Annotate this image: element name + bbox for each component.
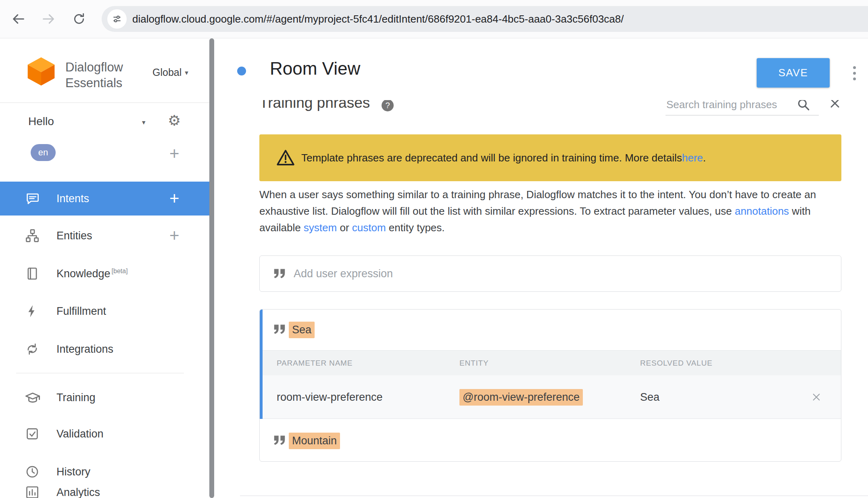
browser-refresh-button[interactable] (70, 10, 88, 28)
more-options-kebab-icon[interactable] (851, 65, 858, 82)
sidebar-item-fulfillment[interactable]: Fulfillment (0, 294, 209, 328)
system-link[interactable]: system (304, 222, 337, 234)
brand-name: Dialogflow Essentials (65, 59, 123, 91)
app-frame: Dialogflow Essentials Global ▾ Hello ▾ ⚙… (0, 38, 868, 498)
save-button[interactable]: SAVE (757, 58, 830, 88)
add-language-button[interactable]: + (169, 146, 179, 162)
sidebar-item-analytics[interactable]: Analytics (0, 475, 209, 498)
dialogflow-console: dialogflow.cloud.google.com/#/agent/mypr… (0, 0, 868, 498)
annotations-link[interactable]: annotations (735, 205, 789, 217)
page-title: Room View (270, 59, 360, 79)
sidebar: Dialogflow Essentials Global ▾ Hello ▾ ⚙… (0, 38, 209, 498)
sidebar-item-label: Integrations (56, 343, 113, 356)
column-header: ENTITY (459, 351, 488, 376)
delete-parameter-icon[interactable] (811, 392, 822, 404)
custom-link[interactable]: custom (352, 222, 386, 234)
entity-cell[interactable]: @room-view-preference (459, 375, 583, 419)
sidebar-item-label: Training (56, 391, 96, 404)
intent-status-dot (237, 67, 246, 75)
info-icon[interactable]: ? (382, 99, 394, 111)
sidebar-item-label: Validation (56, 428, 104, 440)
parameter-table-header: PARAMETER NAME ENTITY RESOLVED VALUE (260, 350, 841, 375)
column-header: PARAMETER NAME (277, 351, 353, 376)
section-divider (240, 496, 868, 496)
browser-toolbar: dialogflow.cloud.google.com/#/agent/mypr… (0, 0, 868, 38)
selected-phrase-indicator (260, 310, 263, 419)
parameter-name-cell[interactable]: room-view-preference (277, 375, 383, 419)
region-selector[interactable]: Global ▾ (152, 67, 188, 78)
quote-icon (273, 324, 286, 336)
site-info-button[interactable] (107, 9, 127, 29)
sidebar-item-intents[interactable]: Intents + (0, 182, 209, 216)
back-arrow-icon (11, 12, 26, 26)
agent-settings-gear-icon[interactable]: ⚙ (168, 113, 181, 128)
site-settings-icon (112, 14, 122, 24)
region-label: Global (152, 67, 182, 78)
training-graduation-cap-icon (25, 390, 40, 405)
brand-line2: Essentials (65, 75, 123, 91)
url-text: dialogflow.cloud.google.com/#/agent/mypr… (132, 6, 624, 32)
dialogflow-logo (25, 55, 57, 88)
add-intent-button[interactable]: + (169, 190, 179, 207)
refresh-icon (72, 12, 86, 26)
training-phrase-row[interactable]: Mountain (260, 419, 841, 462)
sidebar-item-entities[interactable]: Entities + (0, 219, 209, 253)
quote-icon (273, 435, 286, 447)
parameter-table-row: room-view-preference @room-view-preferen… (260, 375, 841, 419)
browser-back-button[interactable] (10, 10, 27, 28)
training-description: When a user says something similar to a … (259, 186, 828, 236)
deprecation-warning-banner: Template phrases are deprecated and will… (259, 134, 841, 181)
sidebar-item-integrations[interactable]: Integrations (0, 332, 209, 366)
agent-selector[interactable]: Hello (28, 115, 54, 128)
language-badge[interactable]: en (31, 144, 56, 161)
main-content: Room View SAVE Training phrases ? Templa… (214, 38, 868, 498)
chevron-down-icon: ▾ (185, 69, 188, 77)
resolved-value-cell[interactable]: Sea (640, 375, 659, 419)
sidebar-item-validation[interactable]: Validation (0, 417, 209, 451)
beta-badge: [beta] (112, 268, 128, 274)
quote-icon (273, 268, 286, 280)
sidebar-item-label: Intents (56, 193, 89, 205)
phrase-text-annotated[interactable]: Mountain (289, 433, 340, 449)
warning-link[interactable]: here (682, 152, 703, 164)
sidebar-item-label: Knowledge[beta] (56, 268, 128, 280)
sidebar-item-training[interactable]: Training (0, 381, 209, 414)
sidebar-divider-middle (16, 373, 184, 373)
intents-chat-icon (25, 191, 40, 206)
agent-chevron-down-icon[interactable]: ▾ (142, 118, 146, 126)
training-phrase-row[interactable]: Sea (260, 310, 841, 350)
browser-forward-button[interactable] (40, 10, 57, 28)
sidebar-divider-top (0, 103, 209, 103)
entities-hierarchy-icon (25, 228, 40, 243)
training-phrases-list: Sea PARAMETER NAME ENTITY RESOLVED VALUE… (259, 309, 841, 462)
integrations-sync-icon (25, 342, 40, 356)
column-header: RESOLVED VALUE (640, 351, 712, 376)
warning-triangle-icon (276, 149, 295, 167)
intent-header: Room View SAVE (214, 38, 868, 100)
sidebar-scrollbar[interactable] (209, 38, 214, 498)
sidebar-item-knowledge[interactable]: Knowledge[beta] (0, 257, 209, 291)
add-expression-box (259, 255, 841, 292)
validation-checkbox-icon (25, 427, 40, 441)
sidebar-item-label: Entities (56, 230, 92, 242)
sidebar-item-label: Analytics (56, 486, 100, 498)
brand-line1: Dialogflow (65, 59, 123, 75)
knowledge-book-icon (25, 266, 40, 281)
address-bar[interactable]: dialogflow.cloud.google.com/#/agent/mypr… (102, 6, 868, 32)
add-user-expression-input[interactable] (294, 256, 826, 291)
add-entity-button[interactable]: + (169, 228, 179, 244)
forward-arrow-icon (41, 12, 56, 26)
analytics-chart-icon (25, 485, 40, 498)
phrase-text-annotated[interactable]: Sea (289, 322, 315, 338)
sidebar-item-label: Fulfillment (56, 305, 106, 318)
fulfillment-bolt-icon (25, 304, 39, 318)
warning-text: Template phrases are deprecated and will… (301, 134, 706, 181)
